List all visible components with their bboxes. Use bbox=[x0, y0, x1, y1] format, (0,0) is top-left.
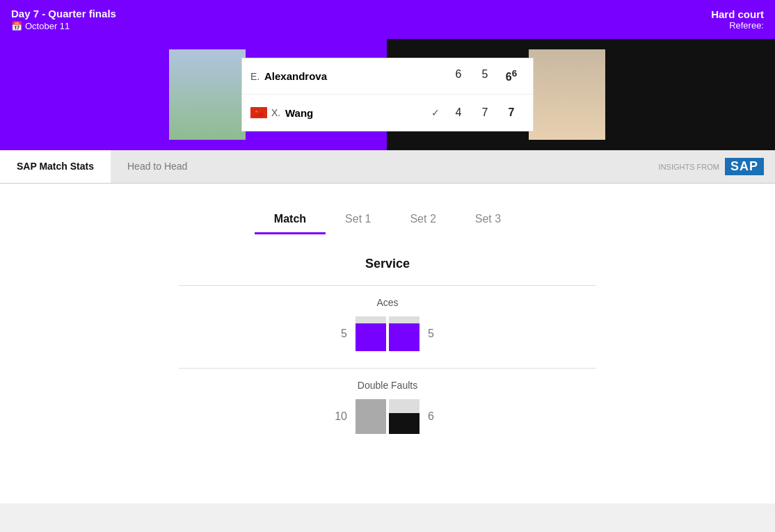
tab-head-to-head[interactable]: Head to Head bbox=[111, 150, 204, 183]
double-faults-bar-left-fill bbox=[355, 399, 386, 434]
sap-logo: SAP bbox=[725, 158, 764, 175]
aces-bar-right-fill bbox=[389, 323, 420, 351]
match-area: E. Alexandrova 6 5 66 🇨🇳 X. Wang ✓ 4 bbox=[0, 39, 775, 150]
scoreboard: E. Alexandrova 6 5 66 🇨🇳 X. Wang ✓ 4 bbox=[241, 58, 534, 131]
player-left-photo bbox=[169, 49, 246, 140]
player-right-image bbox=[529, 49, 605, 140]
player1-set3: 66 bbox=[498, 68, 525, 83]
stats-section: Service Aces 5 5 Double Faults bbox=[151, 257, 624, 445]
double-faults-bar-right bbox=[389, 399, 420, 434]
tab-sap-match-stats[interactable]: SAP Match Stats bbox=[0, 150, 111, 183]
aces-bar-row: 5 5 bbox=[179, 316, 596, 351]
player1-scores: 6 5 66 bbox=[445, 68, 525, 83]
tabs-bar: SAP Match Stats Head to Head INSIGHTS FR… bbox=[0, 150, 775, 184]
player2-set2: 7 bbox=[472, 106, 498, 119]
set-tabs: Match Set 1 Set 2 Set 3 bbox=[0, 206, 775, 234]
double-faults-label: Double Faults bbox=[179, 380, 596, 391]
player2-set1: 4 bbox=[445, 106, 472, 119]
double-faults-stat: Double Faults 10 6 bbox=[179, 368, 596, 445]
aces-value-left: 5 bbox=[325, 328, 347, 340]
china-flag-icon: 🇨🇳 bbox=[250, 107, 267, 118]
main-content: Match Set 1 Set 2 Set 3 Service Aces 5 bbox=[0, 184, 775, 503]
player2-set3: 7 bbox=[498, 106, 525, 119]
double-faults-bar-left bbox=[355, 399, 386, 434]
player1-name: Alexandrova bbox=[264, 70, 440, 82]
score-row-player1: E. Alexandrova 6 5 66 bbox=[242, 58, 533, 95]
double-faults-bar-right-fill bbox=[389, 413, 420, 434]
header-left: Day 7 - Quarter finals 📅 October 11 bbox=[11, 8, 116, 31]
player1-set2: 5 bbox=[472, 68, 498, 83]
scoreboard-overlay: E. Alexandrova 6 5 66 🇨🇳 X. Wang ✓ 4 bbox=[241, 58, 534, 131]
player1-initial: E. bbox=[250, 71, 262, 82]
referee-label: Referee: bbox=[711, 20, 764, 31]
header-date: 📅 October 11 bbox=[11, 21, 116, 31]
player2-scores: 4 7 7 bbox=[445, 106, 525, 119]
double-faults-value-right: 6 bbox=[428, 410, 450, 423]
double-faults-bars bbox=[353, 399, 422, 434]
player1-set1: 6 bbox=[445, 68, 472, 83]
player2-initial: X. bbox=[271, 107, 282, 118]
service-title: Service bbox=[179, 257, 596, 271]
double-faults-bar-row: 10 6 bbox=[179, 399, 596, 434]
aces-label: Aces bbox=[179, 297, 596, 308]
aces-bar-left-fill bbox=[355, 323, 386, 351]
header: Day 7 - Quarter finals 📅 October 11 Hard… bbox=[0, 0, 775, 39]
aces-bars bbox=[353, 316, 422, 351]
aces-value-right: 5 bbox=[428, 328, 450, 340]
winner-checkmark: ✓ bbox=[431, 107, 440, 118]
player-left-image bbox=[169, 49, 246, 140]
calendar-icon: 📅 bbox=[11, 21, 22, 31]
tab-set1[interactable]: Set 1 bbox=[326, 206, 390, 234]
tab-set2[interactable]: Set 2 bbox=[390, 206, 455, 234]
player2-name: Wang bbox=[285, 107, 426, 119]
aces-stat: Aces 5 5 bbox=[179, 285, 596, 362]
tab-set3[interactable]: Set 3 bbox=[456, 206, 520, 234]
sap-logo-area: INSIGHTS FROM SAP bbox=[659, 158, 775, 175]
court-type: Hard court bbox=[711, 8, 764, 20]
day-title: Day 7 - Quarter finals bbox=[11, 8, 116, 19]
insights-from-label: INSIGHTS FROM bbox=[659, 163, 719, 171]
tab-match[interactable]: Match bbox=[255, 206, 326, 234]
player-right-photo bbox=[529, 49, 605, 140]
score-row-player2: 🇨🇳 X. Wang ✓ 4 7 7 bbox=[242, 95, 533, 131]
aces-bar-right bbox=[389, 316, 420, 351]
aces-bar-left bbox=[355, 316, 386, 351]
double-faults-value-left: 10 bbox=[325, 410, 347, 423]
header-right: Hard court Referee: bbox=[711, 8, 764, 31]
